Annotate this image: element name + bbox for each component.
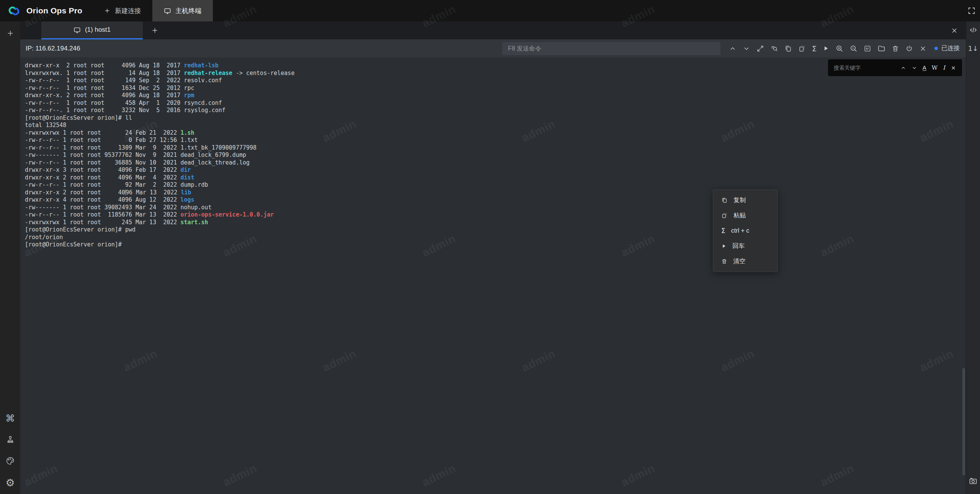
menu-new-connection-label: 新建连接 — [115, 7, 141, 15]
terminal-line: -rw-r--r-- 1 root root 1309 Mar 9 2022 1… — [25, 144, 294, 152]
sidebar-add-button[interactable] — [6, 29, 15, 37]
close-icon — [951, 27, 958, 34]
code-icon — [969, 26, 978, 34]
add-terminal-tab-button[interactable] — [143, 21, 167, 39]
regex-button[interactable]: I — [943, 64, 945, 71]
terminal-line: -rw-r--r-- 1 root root 0 Feb 27 12:56 1.… — [25, 137, 294, 144]
terminal-line: drwxr-xr-x 2 root root 4096 Mar 13 2022 … — [25, 189, 294, 197]
send-command-input[interactable] — [502, 42, 720, 55]
code-block-button[interactable] — [864, 45, 871, 52]
tab-host1-label: (1) host1 — [85, 26, 111, 34]
context-menu-enter-label: 回车 — [732, 242, 745, 250]
main-area: (1) host1 IP: 116.62.194.246 Σ — [20, 21, 966, 494]
connection-status: 已连接 — [934, 44, 960, 52]
terminal-line: [root@OrionEcsServer orion]# ll — [25, 114, 294, 122]
context-menu-paste[interactable]: 粘贴 — [713, 208, 777, 223]
terminal-line: -rwxrwxrwx 1 root root 24 Feb 21 2022 1.… — [25, 129, 294, 137]
terminal-line: drwxr-xr-x 2 root root 4096 Mar 4 2022 d… — [25, 174, 294, 182]
terminal-line: -rw-r--r-- 1 root root 149 Sep 2 2022 re… — [25, 77, 294, 85]
context-menu-enter[interactable]: 回车 — [713, 238, 777, 254]
search-command-button[interactable] — [770, 44, 778, 52]
terminal-line: -rw-r--r-- 1 root root 1634 Dec 25 2012 … — [25, 85, 294, 92]
screenshot-button[interactable] — [969, 476, 978, 486]
plus-icon — [104, 7, 111, 14]
search-close-button[interactable] — [951, 65, 956, 71]
terminal-toolbar-icons: Σ — [729, 44, 927, 53]
terminal-line: drwxr-xr-x 2 root root 4096 Aug 18 2017 … — [25, 62, 294, 70]
status-text: 已连接 — [941, 44, 960, 52]
settings-gear-icon[interactable]: ⚙ — [5, 478, 15, 488]
search-input[interactable] — [834, 65, 895, 71]
paste-button[interactable] — [798, 45, 806, 52]
copy-icon — [721, 197, 728, 204]
terminal-line: -rw------- 1 root root 39082493 Mar 24 2… — [25, 204, 294, 212]
close-session-button[interactable] — [919, 45, 927, 52]
terminal-context-menu: 复制 粘贴 Σ ctrl + c 回车 清空 — [713, 189, 778, 272]
menu-new-connection[interactable]: 新建连接 — [92, 0, 152, 21]
terminal-line: drwxr-xr-x. 2 root root 4096 Aug 18 2017… — [25, 92, 294, 99]
command-shortcut-icon[interactable]: ⌘ — [5, 414, 15, 423]
brand: Orion Ops Pro — [0, 4, 92, 18]
search-prev-button[interactable] — [900, 65, 906, 71]
plus-icon — [6, 29, 15, 37]
terminal-line: -rw-r--r-- 1 root root 1185676 Mar 13 20… — [25, 211, 294, 219]
terminal-line: /root/orion — [25, 234, 294, 241]
close-all-button[interactable] — [951, 21, 958, 39]
stamp-icon[interactable] — [6, 435, 15, 444]
context-menu-paste-label: 粘贴 — [733, 212, 746, 220]
terminal-line: -rw-r--r-- 1 root root 36885 Nov 10 2021… — [25, 159, 294, 167]
host-ip-label: IP: 116.62.194.246 — [26, 45, 80, 52]
code-panel-button[interactable] — [969, 26, 978, 34]
context-menu-copy[interactable]: 复制 — [713, 192, 777, 208]
context-menu-clear-label: 清空 — [733, 258, 745, 266]
terminal-line: [root@OrionEcsServer orion]# — [25, 241, 294, 249]
line-sort-button[interactable]: 1↓ — [968, 44, 978, 52]
terminal-output: drwxr-xr-x 2 root root 4096 Aug 18 2017 … — [25, 62, 294, 249]
sidebar-bottom-group: ⌘ ⚙ — [5, 414, 15, 488]
run-enter-button[interactable] — [823, 45, 829, 52]
context-menu-clear[interactable]: 清空 — [713, 254, 777, 269]
status-dot — [934, 47, 938, 50]
fullscreen-icon — [967, 7, 976, 15]
tab-host1[interactable]: (1) host1 — [41, 21, 143, 39]
clear-trash-button[interactable] — [892, 45, 899, 52]
whole-word-button[interactable]: W — [932, 64, 938, 71]
top-bar: Orion Ops Pro 新建连接 主机终端 — [0, 0, 980, 21]
monitor-icon — [74, 26, 81, 34]
trash-icon — [721, 258, 727, 264]
scroll-down-button[interactable] — [743, 45, 750, 52]
theme-palette-icon[interactable] — [5, 456, 15, 466]
context-menu-ctrl-c-label: ctrl + c — [731, 227, 750, 234]
zoom-out-button[interactable] — [849, 44, 858, 52]
terminal-line: -rw-r--r--. 1 root root 3232 Nov 5 2016 … — [25, 107, 294, 114]
power-disconnect-button[interactable] — [905, 45, 913, 52]
context-menu-ctrl-c[interactable]: Σ ctrl + c — [713, 223, 777, 238]
menu-host-terminal-label: 主机终端 — [175, 7, 201, 15]
copy-button[interactable] — [784, 45, 792, 52]
ctrl-c-button[interactable]: Σ — [812, 44, 817, 53]
session-toolbar: IP: 116.62.194.246 Σ 已连接 — [20, 39, 966, 57]
play-icon — [721, 243, 727, 249]
search-next-button[interactable] — [911, 65, 917, 71]
zoom-in-button[interactable] — [835, 44, 843, 52]
fullscreen-button[interactable] — [963, 7, 980, 15]
open-new-window-button[interactable] — [756, 45, 764, 52]
monitor-icon — [164, 7, 171, 15]
camera-icon — [969, 476, 978, 486]
terminal-line: -rw-r--r-- 1 root root 92 Mar 2 2022 dum… — [25, 181, 294, 189]
terminal-line: drwxr-xr-x 3 root root 4096 Feb 17 2022 … — [25, 166, 294, 174]
menu-host-terminal[interactable]: 主机终端 — [152, 0, 213, 21]
terminal-search-panel: A W I — [828, 59, 962, 76]
right-column: 1↓ — [966, 21, 980, 494]
terminal-viewport[interactable]: drwxr-xr-x 2 root root 4096 Aug 18 2017 … — [20, 57, 966, 494]
folder-sftp-button[interactable] — [877, 44, 885, 52]
terminal-line: total 132548 — [25, 122, 294, 129]
scroll-up-button[interactable] — [729, 45, 737, 52]
match-case-button[interactable]: A — [923, 65, 926, 71]
app-logo-icon — [7, 4, 21, 18]
app-title: Orion Ops Pro — [26, 6, 82, 15]
left-sidebar: ⌘ ⚙ — [0, 21, 20, 494]
sigma-icon: Σ — [721, 227, 725, 235]
terminal-tab-bar: (1) host1 — [20, 21, 966, 39]
terminal-scrollbar-thumb[interactable] — [962, 368, 965, 475]
